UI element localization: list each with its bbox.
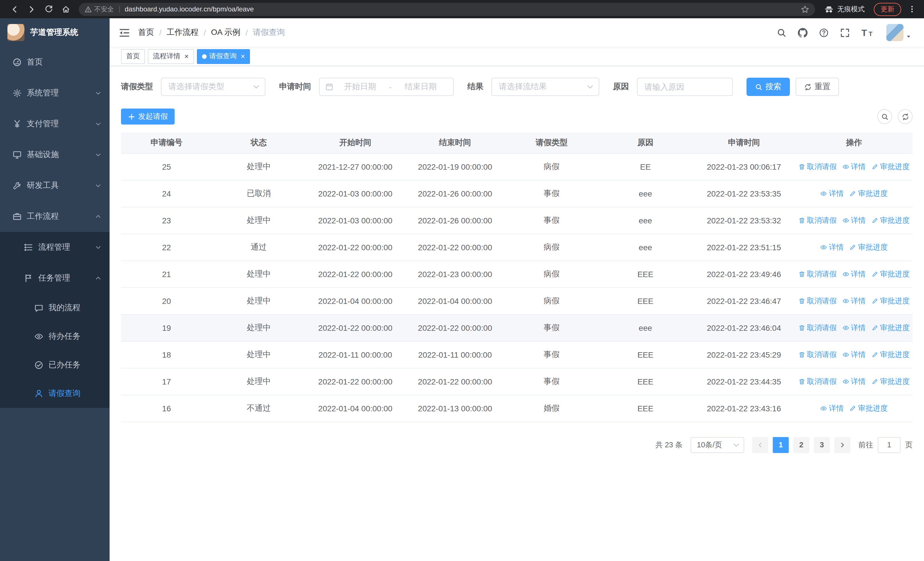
action-approval-progress[interactable]: 审批进度 [849, 242, 888, 252]
github-icon[interactable] [798, 28, 808, 38]
page-size-select[interactable]: 10条/页 [691, 437, 744, 453]
forward-button[interactable] [24, 2, 39, 17]
page-button-3[interactable]: 3 [814, 437, 830, 453]
security-indicator[interactable]: 不安全 [84, 5, 114, 14]
page-button-1[interactable]: 1 [773, 437, 789, 453]
sidebar-item[interactable]: 我的流程 [0, 294, 110, 322]
table-row[interactable]: 24已取消2022-01-03 00:00:002022-01-26 00:00… [121, 180, 913, 207]
sidebar-item[interactable]: 基础设施 [0, 139, 110, 170]
action-detail[interactable]: 详情 [842, 296, 866, 306]
cell-end-time: 2022-01-22 00:00:00 [405, 314, 505, 341]
action-cancel-leave[interactable]: 取消请假 [798, 269, 837, 279]
action-detail[interactable]: 详情 [842, 215, 866, 226]
toggle-search-button[interactable] [877, 109, 892, 124]
action-detail[interactable]: 详情 [820, 242, 844, 252]
next-page-button[interactable] [834, 437, 850, 453]
reset-button[interactable]: 重置 [796, 78, 839, 96]
tab[interactable]: 流程详情× [148, 49, 194, 64]
action-detail[interactable]: 详情 [820, 403, 844, 413]
sidebar-item[interactable]: 支付管理 [0, 108, 110, 139]
cell-start-time: 2022-01-11 00:00:00 [305, 341, 405, 368]
action-cancel-leave[interactable]: 取消请假 [798, 161, 837, 171]
sidebar-item[interactable]: 系统管理 [0, 78, 110, 108]
fullscreen-icon[interactable] [840, 28, 850, 38]
action-approval-progress[interactable]: 审批进度 [849, 188, 888, 199]
cell-end-time: 2022-01-26 00:00:00 [405, 180, 505, 207]
action-cancel-leave[interactable]: 取消请假 [798, 376, 837, 387]
create-leave-label: 发起请假 [138, 111, 168, 122]
eye-icon [842, 271, 849, 277]
action-detail[interactable]: 详情 [842, 322, 866, 333]
table-row[interactable]: 23处理中2022-01-03 00:00:002022-01-26 00:00… [121, 207, 913, 234]
table-toolbar: 发起请假 [121, 108, 913, 125]
sidebar-item[interactable]: 任务管理 [0, 263, 110, 294]
action-detail[interactable]: 详情 [842, 161, 866, 171]
action-approval-progress[interactable]: 审批进度 [872, 349, 910, 359]
breadcrumb-item[interactable]: 首页 [138, 27, 154, 38]
action-cancel-leave[interactable]: 取消请假 [798, 349, 837, 359]
result-select[interactable]: 请选择流结果 [491, 78, 599, 96]
sidebar-item[interactable]: 首页 [0, 47, 110, 78]
back-button[interactable] [7, 2, 22, 17]
user-menu[interactable] [886, 24, 912, 41]
action-approval-progress[interactable]: 审批进度 [849, 403, 888, 413]
action-approval-progress[interactable]: 审批进度 [872, 296, 910, 306]
close-icon[interactable]: × [240, 53, 245, 60]
table-row[interactable]: 17处理中2022-01-22 00:00:002022-01-22 00:00… [121, 368, 913, 395]
chevron-left-icon [757, 441, 764, 448]
page-button-2[interactable]: 2 [793, 437, 809, 453]
table-row[interactable]: 16不通过2022-01-04 00:00:002022-01-13 00:00… [121, 395, 913, 422]
action-approval-progress[interactable]: 审批进度 [872, 376, 910, 387]
sidebar-item[interactable]: 待办任务 [0, 322, 110, 351]
chevron-up-icon [95, 213, 102, 220]
table-row[interactable]: 21处理中2022-01-22 00:00:002022-01-23 00:00… [121, 260, 913, 287]
table-row[interactable]: 22通过2022-01-22 00:00:002022-01-22 00:00:… [121, 234, 913, 260]
sidebar-item[interactable]: 已办任务 [0, 351, 110, 379]
action-approval-progress[interactable]: 审批进度 [872, 269, 910, 279]
breadcrumb-item[interactable]: 工作流程 [166, 27, 199, 38]
breadcrumb-item[interactable]: OA 示例 [211, 27, 240, 38]
action-approval-progress[interactable]: 审批进度 [872, 161, 910, 171]
help-icon[interactable] [819, 28, 829, 38]
filter-result: 结果 请选择流结果 [467, 78, 599, 96]
sidebar-collapse-icon[interactable] [119, 28, 130, 38]
bookmark-star-icon[interactable] [801, 5, 809, 14]
sidebar-item[interactable]: 流程管理 [0, 232, 110, 263]
action-cancel-leave[interactable]: 取消请假 [798, 322, 837, 333]
action-detail[interactable]: 详情 [842, 269, 866, 279]
table-row[interactable]: 20处理中2022-01-04 00:00:002022-01-04 00:00… [121, 287, 913, 314]
refresh-table-button[interactable] [898, 109, 913, 124]
table-row[interactable]: 18处理中2022-01-11 00:00:002022-01-11 00:00… [121, 341, 913, 368]
action-approval-progress[interactable]: 审批进度 [872, 322, 910, 333]
reload-button[interactable] [41, 2, 56, 17]
search-icon[interactable] [777, 28, 786, 38]
leave-type-select[interactable]: 请选择请假类型 [161, 78, 266, 96]
action-detail[interactable]: 详情 [842, 376, 866, 387]
font-size-icon[interactable]: TT [861, 28, 875, 38]
prev-page-button[interactable] [752, 437, 768, 453]
create-leave-button[interactable]: 发起请假 [121, 108, 175, 125]
tab[interactable]: 请假查询× [196, 49, 250, 64]
action-cancel-leave[interactable]: 取消请假 [798, 215, 837, 226]
search-button[interactable]: 搜索 [747, 78, 790, 96]
table-row[interactable]: 19处理中2022-01-22 00:00:002022-01-22 00:00… [121, 314, 913, 341]
action-detail[interactable]: 详情 [842, 349, 866, 359]
apply-time-range-input[interactable]: 开始日期 - 结束日期 [319, 78, 454, 96]
sidebar-item[interactable]: 研发工具 [0, 170, 110, 201]
reason-input[interactable] [638, 82, 732, 92]
browser-menu-button[interactable] [906, 3, 918, 15]
action-detail[interactable]: 详情 [820, 188, 844, 199]
start-date-placeholder: 开始日期 [333, 82, 387, 92]
sidebar-item[interactable]: 工作流程 [0, 201, 110, 232]
action-approval-progress[interactable]: 审批进度 [872, 215, 910, 226]
action-cancel-leave[interactable]: 取消请假 [798, 296, 837, 306]
url-bar[interactable]: 不安全 dashboard.yudao.iocoder.cn/bpm/oa/le… [79, 3, 815, 16]
table-row[interactable]: 25处理中2021-12-27 00:00:002022-01-19 00:00… [121, 153, 913, 180]
home-button[interactable] [58, 2, 73, 17]
update-button[interactable]: 更新 [874, 3, 901, 16]
sidebar-item[interactable]: 请假查询 [0, 379, 110, 408]
tab[interactable]: 首页 [121, 49, 145, 64]
cell-reason: eee [598, 207, 693, 234]
close-icon[interactable]: × [184, 53, 189, 60]
goto-page-input[interactable] [878, 437, 901, 453]
